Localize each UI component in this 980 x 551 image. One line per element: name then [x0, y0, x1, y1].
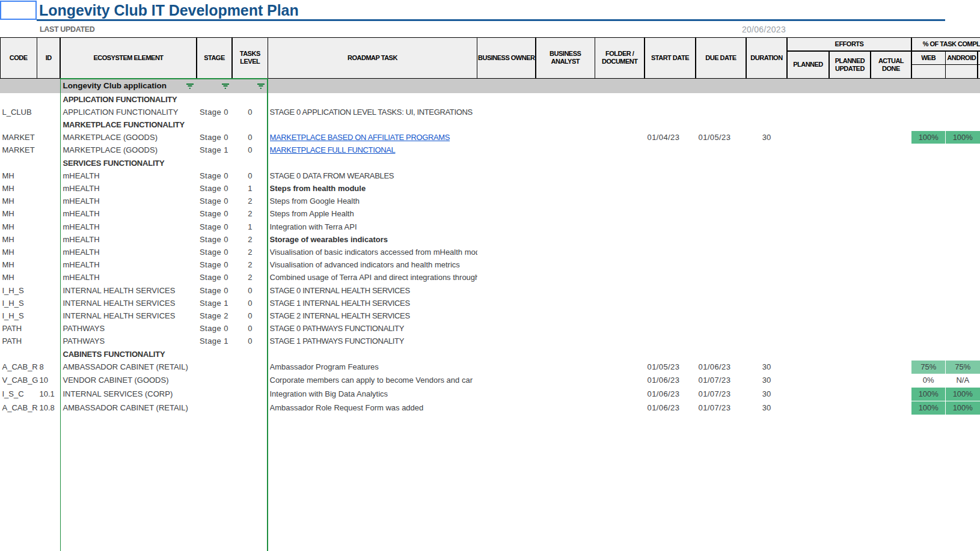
start-date-cell: 01/06/23	[648, 374, 680, 388]
android-percent-cell: 75%	[946, 361, 980, 374]
roadmap-task-link[interactable]: MARKETPLACE FULL FUNCTIONAL	[270, 145, 396, 154]
tasks-level-cell: 1	[232, 221, 268, 233]
ecosystem-cell: AMBASSADOR CABINET (RETAIL)	[63, 361, 188, 374]
id-cell: 10.1	[40, 388, 55, 401]
ecosystem-cell: mHEALTH	[63, 195, 100, 207]
start-date-cell: 01/06/23	[648, 401, 680, 415]
filter-funnel-icon[interactable]	[186, 84, 194, 89]
tasks-level-cell: 2	[232, 195, 268, 207]
stage-cell: Stage 0	[200, 182, 228, 195]
tasks-level-cell: 0	[232, 322, 268, 335]
ecosystem-cell: APPLICATION FUNCTIONALITY	[63, 106, 179, 118]
code-cell: MARKET	[2, 131, 35, 144]
due-date-cell: 01/07/23	[699, 374, 731, 388]
ecosystem-cell: mHEALTH	[63, 169, 100, 182]
tasks-level-cell: 0	[232, 106, 268, 118]
header-duration: DURATION	[747, 38, 787, 78]
id-cell: 10	[40, 374, 48, 388]
code-cell: MARKET	[2, 144, 35, 156]
filter-range-border-left	[60, 79, 61, 551]
tasks-level-cell: 0	[232, 131, 268, 144]
title-underline	[37, 19, 945, 21]
roadmap-task-cell: Visualisation of advanced indicators and…	[270, 258, 477, 271]
roadmap-task-cell: Ambassador Program Features	[270, 361, 477, 374]
section-title-cell: CABINETS FUNCTIONALITY	[63, 348, 165, 361]
roadmap-task-cell: Steps from health module	[270, 182, 477, 195]
roadmap-task-cell: STAGE 0 DATA FROM WEARABLES	[270, 169, 477, 182]
roadmap-task-cell: Steps from Google Health	[270, 195, 477, 207]
header-stage: STAGE	[197, 38, 232, 78]
stage-cell: Stage 0	[200, 258, 228, 271]
roadmap-task-cell: Integration with Terra API	[270, 221, 477, 233]
last-updated-label: LAST UPDATED	[40, 22, 94, 37]
header-planned-updated: PLANNED UPDATED	[830, 52, 871, 78]
ecosystem-cell: mHEALTH	[63, 258, 100, 271]
roadmap-task-cell: STAGE 1 INTERNAL HEALTH SERVICES	[270, 297, 477, 309]
start-date-cell: 01/05/23	[648, 361, 680, 374]
start-date-cell: 01/06/23	[648, 388, 680, 401]
spreadsheet-view: Longevity Club IT Development Plan LAST …	[0, 0, 980, 551]
header-efforts-group: EFFORTS	[788, 38, 911, 51]
code-cell: MH	[2, 195, 14, 207]
roadmap-task-cell: Corporate members can apply to become Ve…	[270, 374, 477, 388]
roadmap-task-cell: Storage of wearables indicators	[270, 233, 477, 246]
code-cell: MH	[2, 246, 14, 258]
header-folder-document: FOLDER / DOCUMENT	[595, 38, 644, 78]
roadmap-task-link[interactable]: MARKETPLACE BASED ON AFFILIATE PROGRAMS	[270, 133, 450, 142]
stage-cell: Stage 0	[200, 195, 228, 207]
stage-cell: Stage 0	[200, 169, 228, 182]
web-percent-cell: 100%	[911, 388, 946, 401]
filter-funnel-icon[interactable]	[222, 84, 229, 89]
ecosystem-cell: AMBASSADOR CABINET (RETAIL)	[63, 401, 188, 415]
due-date-cell: 01/07/23	[699, 401, 731, 415]
code-cell: MH	[2, 258, 14, 271]
code-cell: I_S_C	[2, 388, 24, 401]
header-id: ID	[37, 38, 60, 78]
code-cell: I_H_S	[2, 284, 24, 297]
code-cell: A_CAB_R	[2, 401, 38, 415]
stage-cell: Stage 0	[200, 221, 228, 233]
id-cell: 10.8	[40, 401, 55, 415]
page-title: Longevity Club IT Development Plan	[39, 1, 299, 20]
code-cell: MH	[2, 182, 14, 195]
header-roadmap-task: ROADMAP TASK	[268, 38, 477, 78]
roadmap-task-cell: STAGE 0 INTERNAL HEALTH SERVICES	[270, 284, 477, 297]
android-percent-cell: 100%	[946, 388, 980, 401]
header-tasks-level: TASKS LEVEL	[233, 38, 268, 78]
code-cell: PATH	[2, 322, 22, 335]
code-cell: MH	[2, 233, 14, 246]
duration-cell: 30	[746, 374, 787, 388]
header-start-date: START DATE	[645, 38, 696, 78]
tasks-level-cell: 0	[232, 169, 268, 182]
roadmap-task-cell: Steps from Apple Health	[270, 207, 477, 220]
filter-funnel-icon[interactable]	[257, 84, 265, 89]
header-android: ANDROID	[946, 52, 977, 64]
web-percent-cell: 100%	[911, 401, 946, 415]
header-business-owner: BUSINESS OWNER	[477, 38, 535, 78]
stage-cell: Stage 1	[200, 297, 228, 309]
roadmap-task-cell: STAGE 0 APPLICATION LEVEL TASKS: UI, INT…	[270, 106, 477, 118]
stage-cell: Stage 0	[200, 233, 228, 246]
ecosystem-cell: mHEALTH	[63, 246, 100, 258]
due-date-cell: 01/05/23	[699, 131, 731, 144]
tasks-level-cell: 2	[232, 233, 268, 246]
tasks-level-cell: 0	[232, 284, 268, 297]
stage-cell: Stage 1	[200, 335, 228, 347]
code-cell: L_CLUB	[2, 106, 32, 118]
header-android-sub	[946, 65, 977, 78]
code-cell: A_CAB_R	[2, 361, 38, 374]
web-percent-cell: 75%	[911, 361, 946, 374]
android-percent-cell: N/A	[946, 374, 980, 388]
roadmap-task-cell: Ambassador Role Request Form was added	[270, 401, 477, 415]
ecosystem-cell: INTERNAL HEALTH SERVICES	[63, 284, 176, 297]
selected-cell-box[interactable]	[0, 1, 37, 20]
stage-cell: Stage 2	[200, 309, 228, 322]
ecosystem-cell: MARKETPLACE (GOODS)	[63, 144, 158, 156]
tasks-level-cell: 2	[232, 271, 268, 284]
section-title-cell: APPLICATION FUNCTIONALITY	[63, 93, 177, 106]
header-web: WEB	[912, 52, 945, 64]
tasks-level-cell: 1	[232, 182, 268, 195]
code-cell: I_H_S	[2, 309, 24, 322]
ecosystem-cell: VENDOR CABINET (GOODS)	[63, 374, 169, 388]
ecosystem-cell: mHEALTH	[63, 221, 100, 233]
